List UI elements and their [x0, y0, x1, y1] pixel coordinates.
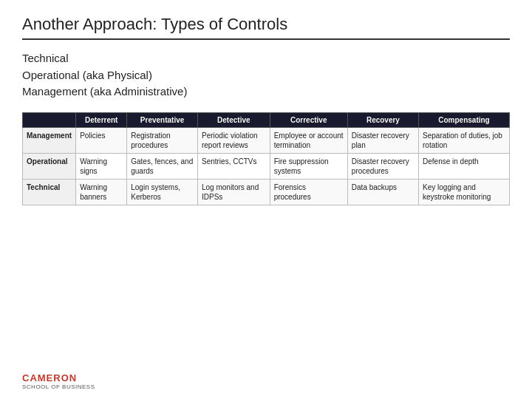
footer: CAMERON SCHOOL of BUSINESS [22, 372, 95, 390]
bullet-list: Technical Operational (aka Physical) Man… [22, 50, 510, 100]
cell-ops-deterrent: Warning signs [76, 153, 127, 179]
title-divider [22, 38, 510, 40]
col-header-corrective: Corrective [270, 112, 347, 127]
cell-mgmt-compensating: Separation of duties, job rotation [419, 127, 510, 153]
table-row: Management Policies Registration procedu… [23, 127, 510, 153]
table-row: Technical Warning banners Login systems,… [23, 179, 510, 205]
cell-ops-detective: Sentries, CCTVs [197, 153, 270, 179]
row-header-operational: Operational [23, 153, 76, 179]
cell-ops-corrective: Fire suppression systems [270, 153, 347, 179]
slide-title: Another Approach: Types of Controls [22, 15, 510, 34]
footer-name: CAMERON [22, 372, 95, 383]
cell-tech-recovery: Data backups [347, 179, 418, 205]
cell-mgmt-corrective: Employee or account termination [270, 127, 347, 153]
table-row: Operational Warning signs Gates, fences,… [23, 153, 510, 179]
cell-tech-detective: Log monitors and IDPSs [197, 179, 270, 205]
cell-mgmt-preventative: Registration procedures [127, 127, 198, 153]
cell-ops-recovery: Disaster recovery procedures [347, 153, 418, 179]
bullet-1: Technical [22, 50, 510, 67]
cell-mgmt-detective: Periodic violation report reviews [197, 127, 270, 153]
col-header-recovery: Recovery [347, 112, 418, 127]
col-header-preventative: Preventative [127, 112, 198, 127]
col-header-detective: Detective [197, 112, 270, 127]
cell-tech-forensics: Forensics procedures [270, 179, 347, 205]
bullet-3: Management (aka Administrative) [22, 83, 510, 100]
table-header-row: Deterrent Preventative Detective Correct… [23, 112, 510, 127]
footer-sub: SCHOOL of BUSINESS [22, 383, 95, 390]
col-header-compensating: Compensating [419, 112, 510, 127]
cell-ops-compensating: Defense in depth [419, 153, 510, 179]
cell-ops-preventative: Gates, fences, and guards [127, 153, 198, 179]
col-header-deterrent: Deterrent [76, 112, 127, 127]
controls-table: Deterrent Preventative Detective Correct… [22, 112, 510, 205]
cell-tech-deterrent: Warning banners [76, 179, 127, 205]
col-header-blank [23, 112, 76, 127]
bullet-2: Operational (aka Physical) [22, 67, 510, 84]
cell-mgmt-deterrent: Policies [76, 127, 127, 153]
cell-tech-preventative: Login systems, Kerberos [127, 179, 198, 205]
row-header-management: Management [23, 127, 76, 153]
row-header-technical: Technical [23, 179, 76, 205]
cell-mgmt-recovery: Disaster recovery plan [347, 127, 418, 153]
cell-tech-compensating: Key logging and keystroke monitoring [419, 179, 510, 205]
slide: Another Approach: Types of Controls Tech… [0, 0, 532, 399]
